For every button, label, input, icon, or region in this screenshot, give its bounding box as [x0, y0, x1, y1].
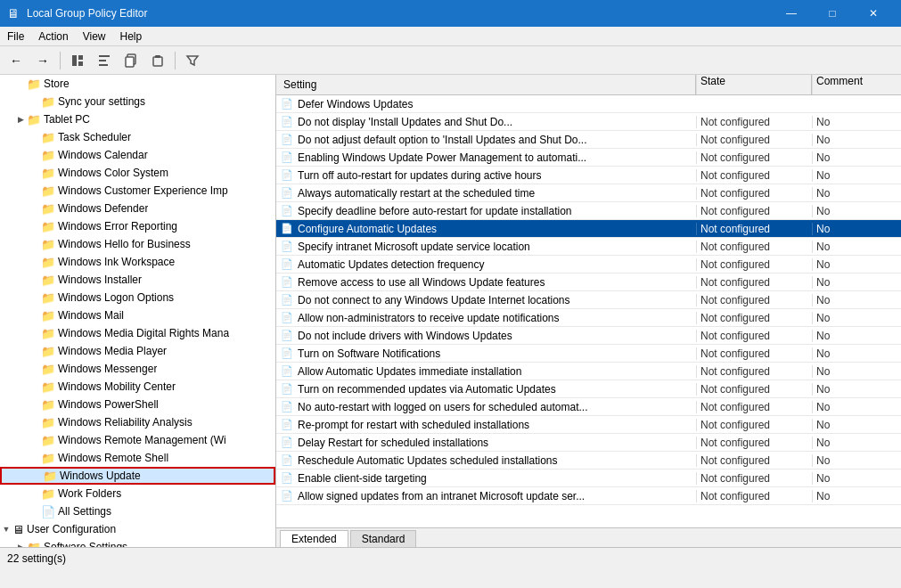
row-comment: No — [812, 276, 901, 289]
row-state: Not configured — [696, 134, 812, 146]
table-row-7[interactable]: 📄 Configure Automatic Updates Not config… — [276, 220, 901, 238]
table-row-5[interactable]: 📄 Always automatically restart at the sc… — [276, 184, 901, 202]
tree-item-24[interactable]: 📄 All Settings — [0, 502, 275, 520]
tree-item-9[interactable]: 📁 Windows Hello for Business — [0, 235, 275, 253]
tree-expand-icon[interactable]: ▶ — [14, 115, 27, 124]
table-row-2[interactable]: 📄 Do not adjust default option to 'Insta… — [276, 131, 901, 149]
header-state[interactable]: State — [696, 75, 812, 94]
header-comment[interactable]: Comment — [812, 75, 901, 94]
menu-file[interactable]: File — [0, 27, 31, 45]
table-row-18[interactable]: 📄 Re-prompt for restart with scheduled i… — [276, 416, 901, 434]
tree-item-26[interactable]: ▶ 📁 Software Settings — [0, 538, 275, 547]
tree-item-5[interactable]: 📁 Windows Color System — [0, 164, 275, 182]
tree-expand-icon[interactable]: ▼ — [0, 525, 12, 534]
paste-button[interactable] — [145, 49, 170, 72]
tree-item-16[interactable]: 📁 Windows Messenger — [0, 360, 275, 378]
tree-item-2[interactable]: ▶ 📁 Tablet PC — [0, 110, 275, 128]
menu-action[interactable]: Action — [31, 27, 75, 45]
table-scroll[interactable]: 📄 Defer Windows Updates 📄 Do not display… — [276, 95, 901, 527]
table-row-3[interactable]: 📄 Enabling Windows Update Power Manageme… — [276, 149, 901, 167]
table-row-19[interactable]: 📄 Delay Restart for scheduled installati… — [276, 434, 901, 452]
menu-view[interactable]: View — [76, 27, 113, 45]
tree-item-6[interactable]: 📁 Windows Customer Experience Imp — [0, 182, 275, 200]
row-icon: 📄 — [279, 223, 295, 234]
row-comment: No — [812, 401, 901, 413]
title-bar-left: 🖥 Local Group Policy Editor — [7, 6, 147, 20]
tree-item-7[interactable]: 📁 Windows Defender — [0, 200, 275, 217]
forward-button[interactable]: → — [30, 49, 55, 72]
tree-item-0[interactable]: 📁 Store — [0, 75, 275, 93]
tree-folder-icon: 📁 — [41, 256, 55, 269]
tree-item-10[interactable]: 📁 Windows Ink Workspace — [0, 253, 275, 271]
tree-item-label: Windows Remote Shell — [58, 452, 168, 464]
tree-item-14[interactable]: 📁 Windows Media Digital Rights Mana — [0, 324, 275, 342]
tree-item-21[interactable]: 📁 Windows Remote Shell — [0, 449, 275, 467]
tree-item-label: Windows Mail — [58, 309, 124, 322]
tree-item-15[interactable]: 📁 Windows Media Player — [0, 342, 275, 360]
copy-button[interactable] — [119, 49, 143, 72]
tree-item-8[interactable]: 📁 Windows Error Reporting — [0, 217, 275, 235]
tree-item-1[interactable]: 📁 Sync your settings — [0, 93, 275, 110]
svg-rect-4 — [99, 60, 106, 61]
row-icon: 📄 — [279, 401, 295, 412]
table-row-11[interactable]: 📄 Do not connect to any Windows Update I… — [276, 291, 901, 309]
tree-item-label: Windows Logon Options — [58, 291, 174, 304]
toolbar: ← → — [0, 46, 901, 75]
back-button[interactable]: ← — [4, 49, 29, 72]
table-row-1[interactable]: 📄 Do not display 'Install Updates and Sh… — [276, 113, 901, 131]
table-row-13[interactable]: 📄 Do not include drivers with Windows Up… — [276, 327, 901, 345]
tree-item-11[interactable]: 📁 Windows Installer — [0, 271, 275, 289]
row-state: Not configured — [696, 258, 812, 271]
row-icon: 📄 — [279, 98, 295, 110]
tab-extended[interactable]: Extended — [280, 530, 348, 547]
table-row-12[interactable]: 📄 Allow non-administrators to receive up… — [276, 309, 901, 327]
header-setting[interactable]: Setting — [276, 75, 696, 94]
table-row-10[interactable]: 📄 Remove access to use all Windows Updat… — [276, 274, 901, 291]
svg-rect-0 — [72, 55, 77, 66]
minimize-button[interactable]: — — [771, 0, 812, 27]
row-comment: No — [812, 134, 901, 146]
tree-item-25[interactable]: ▼ 🖥 User Configuration — [0, 520, 275, 538]
title-bar-controls: — □ ✕ — [771, 0, 894, 27]
table-row-21[interactable]: 📄 Enable client-side targeting Not confi… — [276, 470, 901, 487]
tree-item-19[interactable]: 📁 Windows Reliability Analysis — [0, 413, 275, 431]
tab-standard[interactable]: Standard — [350, 530, 417, 547]
maximize-button[interactable]: □ — [812, 0, 853, 27]
tree-item-label: Windows Error Reporting — [58, 220, 177, 233]
table-row-16[interactable]: 📄 Turn on recommended updates via Automa… — [276, 380, 901, 398]
tree-item-20[interactable]: 📁 Windows Remote Management (Wi — [0, 431, 275, 449]
table-row-8[interactable]: 📄 Specify intranet Microsoft update serv… — [276, 238, 901, 256]
tree-item-4[interactable]: 📁 Windows Calendar — [0, 146, 275, 164]
table-row-17[interactable]: 📄 No auto-restart with logged on users f… — [276, 398, 901, 416]
table-row-6[interactable]: 📄 Specify deadline before auto-restart f… — [276, 202, 901, 220]
show-hide-button[interactable] — [65, 49, 90, 72]
tree-item-3[interactable]: 📁 Task Scheduler — [0, 128, 275, 146]
table-row-0[interactable]: 📄 Defer Windows Updates — [276, 95, 901, 113]
menu-help[interactable]: Help — [113, 27, 150, 45]
tree-item-22[interactable]: 📁 Windows Update — [0, 467, 275, 485]
row-comment: No — [812, 205, 901, 217]
tree-panel[interactable]: 📁 Store 📁 Sync your settings ▶ 📁 Tablet … — [0, 75, 276, 547]
properties-button[interactable] — [92, 49, 117, 72]
tree-item-13[interactable]: 📁 Windows Mail — [0, 306, 275, 324]
close-button[interactable]: ✕ — [853, 0, 894, 27]
row-setting-text: Always automatically restart at the sche… — [298, 187, 696, 200]
tree-item-label: Windows Media Player — [58, 345, 167, 357]
filter-button[interactable] — [180, 49, 205, 72]
tree-item-12[interactable]: 📁 Windows Logon Options — [0, 289, 275, 306]
table-row-20[interactable]: 📄 Reschedule Automatic Updates scheduled… — [276, 452, 901, 470]
table-row-4[interactable]: 📄 Turn off auto-restart for updates duri… — [276, 167, 901, 184]
tree-item-label: Sync your settings — [58, 95, 145, 108]
table-row-15[interactable]: 📄 Allow Automatic Updates immediate inst… — [276, 363, 901, 380]
tree-item-17[interactable]: 📁 Windows Mobility Center — [0, 378, 275, 396]
tree-expand-icon[interactable]: ▶ — [14, 543, 27, 547]
tree-item-label: Windows Customer Experience Imp — [58, 184, 228, 197]
tree-folder-icon: 📁 — [27, 113, 41, 127]
tree-item-23[interactable]: 📁 Work Folders — [0, 485, 275, 502]
table-row-9[interactable]: 📄 Automatic Updates detection frequency … — [276, 256, 901, 274]
table-row-22[interactable]: 📄 Allow signed updates from an intranet … — [276, 487, 901, 505]
tree-item-label: Work Folders — [58, 487, 121, 500]
table-row-14[interactable]: 📄 Turn on Software Notifications Not con… — [276, 345, 901, 363]
tree-item-18[interactable]: 📁 Windows PowerShell — [0, 396, 275, 413]
tree-folder-icon: 📁 — [41, 291, 55, 305]
